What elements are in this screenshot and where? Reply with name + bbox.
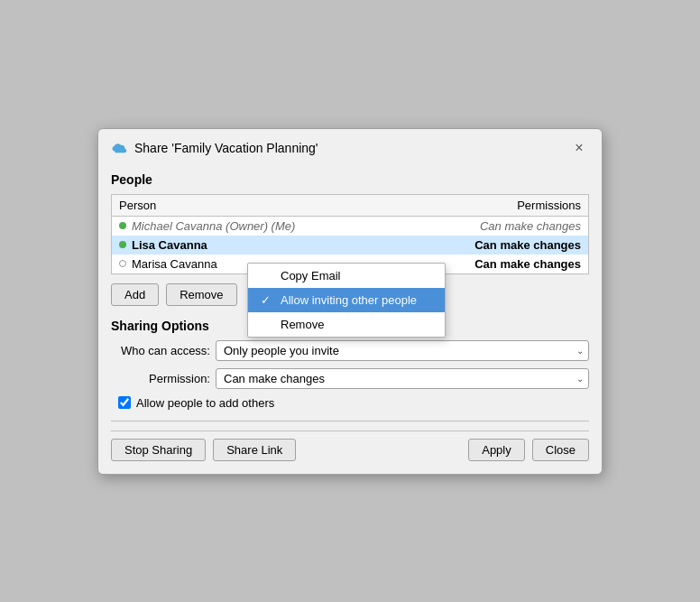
person-name: Lisa Cavanna bbox=[132, 238, 207, 252]
person-cell: Michael Cavanna (Owner) (Me) bbox=[119, 219, 480, 233]
context-menu-item-allow-inviting[interactable]: ✓ Allow inviting other people bbox=[248, 288, 445, 312]
checkmark-empty bbox=[261, 318, 273, 331]
title-bar: Share 'Family Vacation Planning' × bbox=[98, 129, 602, 165]
who-can-access-wrapper: Only people you invite Anyone with the l… bbox=[216, 340, 589, 361]
apply-button[interactable]: Apply bbox=[468, 439, 525, 461]
remove-button[interactable]: Remove bbox=[166, 283, 236, 306]
context-menu: Copy Email ✓ Allow inviting other people… bbox=[247, 263, 446, 338]
stop-sharing-button[interactable]: Stop Sharing bbox=[111, 439, 206, 461]
person-permissions: Can make changes bbox=[474, 238, 581, 252]
share-dialog: Share 'Family Vacation Planning' × Peopl… bbox=[97, 128, 603, 475]
table-row[interactable]: Lisa Cavanna Can make changes Copy Email… bbox=[112, 236, 588, 255]
dialog-body: People Person Permissions Michael Cavann… bbox=[98, 165, 602, 474]
status-dot-green bbox=[119, 241, 126, 248]
permission-select[interactable]: Can make changes Can view only bbox=[216, 368, 589, 389]
context-menu-label: Copy Email bbox=[281, 269, 340, 282]
close-dialog-button[interactable]: Close bbox=[532, 439, 589, 461]
permissions-column-header: Permissions bbox=[517, 199, 581, 212]
person-permissions: Can make changes bbox=[474, 257, 581, 271]
context-menu-label: Allow inviting other people bbox=[281, 293, 417, 307]
table-header: Person Permissions bbox=[112, 195, 588, 217]
context-menu-item-remove[interactable]: Remove bbox=[248, 312, 445, 337]
who-can-access-label: Who can access: bbox=[111, 344, 210, 357]
checkmark-checked: ✓ bbox=[261, 293, 273, 307]
divider bbox=[111, 421, 589, 421]
person-name: Michael Cavanna (Owner) (Me) bbox=[132, 219, 295, 233]
bottom-buttons: Stop Sharing Share Link Apply Close bbox=[111, 431, 589, 461]
person-permissions: Can make changes bbox=[480, 219, 581, 233]
person-name: Marisa Cavanna bbox=[132, 257, 217, 271]
share-link-button[interactable]: Share Link bbox=[213, 439, 296, 461]
permission-label: Permission: bbox=[111, 372, 210, 385]
who-can-access-row: Who can access: Only people you invite A… bbox=[111, 340, 589, 361]
people-section-title: People bbox=[111, 172, 589, 187]
checkmark-empty bbox=[261, 269, 273, 282]
table-row[interactable]: Michael Cavanna (Owner) (Me) Can make ch… bbox=[112, 217, 588, 236]
allow-add-others-checkbox[interactable] bbox=[118, 396, 131, 409]
status-dot-outline bbox=[119, 260, 126, 267]
add-button[interactable]: Add bbox=[111, 283, 159, 306]
cloud-icon bbox=[111, 142, 127, 154]
permission-row: Permission: Can make changes Can view on… bbox=[111, 368, 589, 389]
bottom-left-buttons: Stop Sharing Share Link bbox=[111, 439, 296, 461]
person-column-header: Person bbox=[119, 199, 156, 212]
people-table: Person Permissions Michael Cavanna (Owne… bbox=[111, 194, 589, 274]
bottom-right-buttons: Apply Close bbox=[468, 439, 589, 461]
context-menu-item-copy-email[interactable]: Copy Email bbox=[248, 264, 445, 288]
status-dot-green bbox=[119, 222, 126, 229]
who-can-access-select[interactable]: Only people you invite Anyone with the l… bbox=[216, 340, 589, 361]
dialog-title: Share 'Family Vacation Planning' bbox=[134, 141, 562, 155]
allow-checkbox-row: Allow people to add others bbox=[118, 396, 589, 410]
person-cell: Lisa Cavanna bbox=[119, 238, 474, 252]
allow-add-others-label: Allow people to add others bbox=[136, 396, 274, 410]
close-button[interactable]: × bbox=[569, 138, 589, 158]
context-menu-label: Remove bbox=[281, 318, 324, 331]
permission-wrapper: Can make changes Can view only ⌄ bbox=[216, 368, 589, 389]
